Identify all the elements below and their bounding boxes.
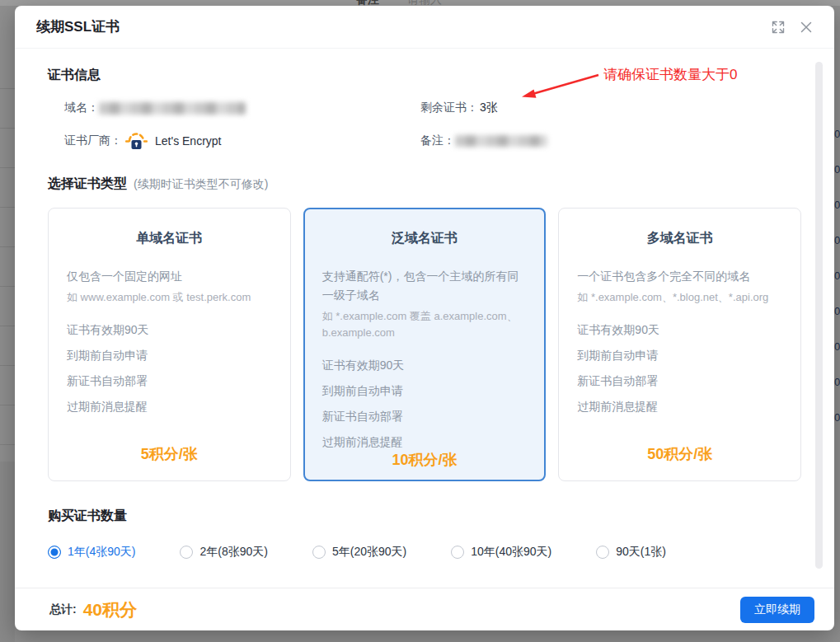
remark-value-redacted	[455, 135, 547, 147]
background-cell-value: 0	[834, 269, 840, 282]
radio-option-5year[interactable]: 5年(20张90天)	[312, 545, 406, 560]
remark-row: 备注：	[420, 134, 801, 148]
background-cell-value: 0	[834, 340, 840, 353]
card-price: 10积分/张	[322, 450, 528, 470]
quantity-section: 购买证书数量 1年(4张90天) 2年(8张90天) 5年(20张90天) 10…	[48, 508, 801, 560]
card-title: 单域名证书	[67, 230, 272, 247]
close-icon[interactable]	[800, 21, 813, 34]
background-page-sliver: 备注 请输入	[0, 0, 840, 6]
card-feature: 证书有效期90天	[577, 323, 782, 338]
quantity-heading: 购买证书数量	[48, 508, 801, 525]
total-label: 总计:	[49, 602, 77, 617]
card-feature: 证书有效期90天	[67, 323, 272, 338]
radio-label: 1年(4张90天)	[68, 545, 135, 560]
dialog-footer: 总计: 40积分 立即续期	[15, 588, 834, 630]
radio-option-2year[interactable]: 2年(8张90天)	[180, 545, 267, 560]
cert-type-card-wildcard[interactable]: 泛域名证书 支持通配符(*)，包含一个主域的所有同一级子域名 如 *.examp…	[303, 208, 547, 481]
card-feature: 到期前自动申请	[67, 349, 272, 363]
background-field-placeholder: 请输入	[407, 0, 442, 6]
radio-circle[interactable]	[48, 546, 61, 559]
renew-now-button[interactable]: 立即续期	[740, 597, 814, 623]
radio-label: 2年(8张90天)	[199, 545, 267, 560]
radio-label: 90天(1张)	[616, 545, 666, 560]
radio-circle[interactable]	[451, 546, 464, 559]
renew-ssl-dialog: 续期SSL证书 证书信息 请确保证书数量大于0 域名：	[15, 6, 834, 630]
background-field-label: 备注	[356, 0, 379, 6]
background-cell-value: 0	[834, 199, 840, 211]
domain-row: 域名：	[64, 101, 420, 115]
radio-option-90days[interactable]: 90天(1张)	[596, 545, 666, 560]
cert-type-card-single[interactable]: 单域名证书 仅包含一个固定的网址 如 www.example.com 或 tes…	[48, 208, 291, 481]
remaining-label: 剩余证书：	[420, 101, 478, 115]
background-cell-value: 0	[834, 163, 840, 176]
background-table-rows	[0, 49, 15, 462]
remaining-value: 3张	[480, 101, 498, 115]
dialog-body: 证书信息 请确保证书数量大于0 域名： 剩余证书： 3张 证书厂商：	[15, 49, 834, 560]
radio-option-10year[interactable]: 10年(40张90天)	[451, 545, 551, 560]
card-desc: 支持通配符(*)，包含一个主域的所有同一级子域名	[322, 267, 528, 305]
vendor-label: 证书厂商：	[64, 134, 122, 148]
cert-type-card-multi[interactable]: 多域名证书 一个证书包含多个完全不同的域名 如 *.example.com、*.…	[558, 208, 801, 481]
radio-option-1year[interactable]: 1年(4张90天)	[48, 545, 135, 560]
card-example: 如 *.example.com 覆盖 a.example.com、b.examp…	[322, 308, 528, 341]
radio-circle[interactable]	[312, 546, 326, 559]
background-cell-value: 0	[834, 411, 840, 424]
card-feature: 新证书自动部署	[67, 374, 272, 389]
remark-label: 备注：	[420, 134, 455, 148]
card-desc: 仅包含一个固定的网址	[67, 267, 272, 286]
dialog-scrollbar-thumb[interactable]	[815, 62, 823, 569]
card-feature: 过期前消息提醒	[67, 400, 272, 415]
card-feature: 到期前自动申请	[322, 384, 528, 399]
type-section: 选择证书类型(续期时证书类型不可修改) 单域名证书 仅包含一个固定的网址 如 w…	[48, 176, 801, 481]
dialog-header: 续期SSL证书	[15, 6, 834, 49]
card-feature: 过期前消息提醒	[577, 400, 782, 415]
remaining-row: 剩余证书： 3张	[420, 101, 801, 115]
card-price: 5积分/张	[67, 444, 272, 464]
card-desc: 一个证书包含多个完全不同的域名	[577, 267, 782, 286]
type-note: (续期时证书类型不可修改)	[134, 177, 268, 190]
radio-circle[interactable]	[596, 546, 609, 559]
card-feature: 证书有效期90天	[322, 358, 528, 373]
background-cell-value: 0	[834, 128, 840, 140]
card-price: 50积分/张	[577, 444, 782, 464]
radio-label: 5年(20张90天)	[332, 545, 406, 560]
total-value: 40积分	[83, 598, 137, 621]
domain-label: 域名：	[64, 101, 99, 115]
radio-label: 10年(40张90天)	[471, 545, 551, 560]
card-example: 如 www.example.com 或 test.perk.com	[67, 289, 272, 306]
vendor-value: Let's Encrypt	[155, 134, 222, 148]
background-cell-value: 0	[834, 305, 840, 317]
background-lower-band	[0, 462, 15, 642]
lets-encrypt-icon	[125, 130, 148, 151]
card-feature: 新证书自动部署	[577, 374, 782, 389]
annotation-text: 请确保证书数量大于0	[603, 65, 737, 84]
cert-type-cards: 单域名证书 仅包含一个固定的网址 如 www.example.com 或 tes…	[48, 208, 801, 481]
fullscreen-icon[interactable]	[772, 21, 785, 34]
background-cell-value: 0	[834, 376, 840, 388]
card-example: 如 *.example.com、*.blog.net、*.api.org	[577, 289, 782, 306]
quantity-options: 1年(4张90天) 2年(8张90天) 5年(20张90天) 10年(40张90…	[48, 545, 801, 560]
type-heading: 选择证书类型	[48, 176, 127, 190]
dialog-title: 续期SSL证书	[36, 17, 120, 36]
background-cell-value: 0	[834, 234, 840, 246]
radio-circle[interactable]	[180, 546, 193, 559]
card-feature: 到期前自动申请	[577, 349, 782, 363]
card-title: 泛域名证书	[322, 230, 528, 247]
cert-info-grid: 域名： 剩余证书： 3张 证书厂商： Let's Encrypt	[64, 101, 801, 151]
domain-value-redacted	[99, 102, 246, 115]
card-feature: 新证书自动部署	[322, 410, 528, 424]
annotation-arrow-icon	[516, 70, 603, 105]
vendor-row: 证书厂商： Let's Encrypt	[64, 130, 420, 151]
card-title: 多域名证书	[577, 230, 782, 247]
card-feature: 过期前消息提醒	[322, 435, 528, 450]
